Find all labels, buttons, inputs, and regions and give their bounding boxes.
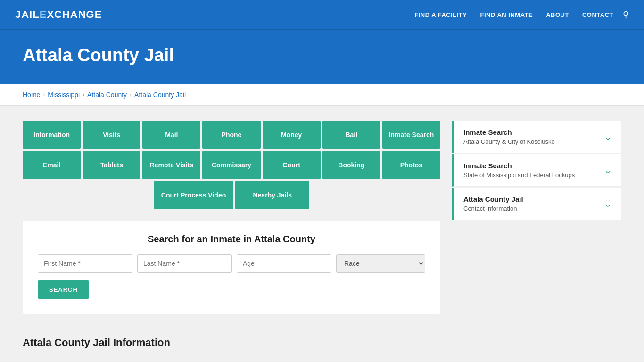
tile-email[interactable]: Email [23, 151, 81, 179]
breadcrumb-sep-2: › [83, 91, 84, 98]
nav-find-inmate[interactable]: FIND AN INMATE [480, 11, 533, 18]
page-title: Attala County Jail [23, 45, 621, 66]
tile-nearby-jails[interactable]: Nearby Jails [235, 181, 309, 209]
sidebar-card-contact-title: Attala County Jail [463, 195, 523, 203]
tile-mail[interactable]: Mail [142, 121, 200, 149]
tile-court[interactable]: Court [263, 151, 321, 179]
tile-inmate-search[interactable]: Inmate Search [382, 121, 440, 149]
breadcrumb: Home › Mississippi › Attala County › Att… [23, 91, 621, 99]
search-icon[interactable]: ⚲ [623, 9, 629, 20]
hero-banner: Attala County Jail [0, 30, 644, 84]
nav-links: FIND A FACILITY FIND AN INMATE ABOUT CON… [414, 10, 613, 19]
tile-bail[interactable]: Bail [322, 121, 380, 149]
logo[interactable]: JAILEXCHANGE [15, 8, 414, 21]
sidebar-card-contact-text: Attala County Jail Contact Information [463, 195, 523, 212]
sidebar-card-mississippi-inmate-search[interactable]: Inmate Search State of Mississippi and F… [452, 154, 621, 187]
sidebar-card-contact-info[interactable]: Attala County Jail Contact Information ⌄ [452, 188, 621, 220]
tile-tablets[interactable]: Tablets [83, 151, 140, 179]
tile-row-2: Email Tablets Remote Visits Commissary C… [23, 151, 440, 179]
nav-find-facility[interactable]: FIND A FACILITY [414, 11, 467, 18]
tile-row-3: Court Process Video Nearby Jails [23, 181, 440, 209]
sidebar-card-mississippi-title: Inmate Search [463, 162, 575, 170]
search-button[interactable]: SEARCH [38, 280, 89, 299]
sidebar-card-contact-subtitle: Contact Information [463, 205, 523, 212]
sidebar-card-attala-inmate-search[interactable]: Inmate Search Attala County & City of Ko… [452, 121, 621, 153]
tile-commissary[interactable]: Commissary [202, 151, 260, 179]
nav-contact[interactable]: CONTACT [582, 11, 613, 18]
chevron-down-icon: ⌄ [604, 131, 612, 142]
sidebar-card-attala-title: Inmate Search [463, 128, 555, 136]
last-name-input[interactable] [137, 254, 232, 273]
breadcrumb-attala-county[interactable]: Attala County [87, 91, 127, 99]
chevron-down-icon-2: ⌄ [604, 165, 612, 176]
sidebar-card-attala-subtitle: Attala County & City of Kosciusko [463, 138, 555, 145]
main-content: Information Visits Mail Phone Money Bail… [0, 106, 644, 362]
tile-court-process-video[interactable]: Court Process Video [154, 181, 233, 209]
breadcrumb-bar: Home › Mississippi › Attala County › Att… [0, 84, 644, 106]
sidebar-cards: Inmate Search Attala County & City of Ko… [452, 121, 621, 220]
right-sidebar: Inmate Search Attala County & City of Ko… [452, 121, 621, 220]
age-input[interactable] [237, 254, 331, 273]
race-select[interactable]: Race White Black Hispanic Asian Other [336, 254, 425, 273]
left-column: Information Visits Mail Phone Money Bail… [23, 121, 440, 353]
tile-booking[interactable]: Booking [322, 151, 380, 179]
info-section: Attala County Jail Information [23, 325, 440, 353]
inmate-search-box: Search for an Inmate in Attala County Ra… [23, 221, 440, 314]
breadcrumb-mississippi[interactable]: Mississippi [48, 91, 80, 99]
nav-about[interactable]: ABOUT [546, 11, 569, 18]
breadcrumb-current: Attala County Jail [134, 91, 186, 99]
tile-remote-visits[interactable]: Remote Visits [142, 151, 200, 179]
tile-photos[interactable]: Photos [382, 151, 440, 179]
info-title: Attala County Jail Information [23, 325, 440, 353]
search-title: Search for an Inmate in Attala County [38, 234, 425, 245]
search-fields: Race White Black Hispanic Asian Other [38, 254, 425, 273]
tile-money[interactable]: Money [263, 121, 321, 149]
tile-visits[interactable]: Visits [83, 121, 140, 149]
first-name-input[interactable] [38, 254, 132, 273]
chevron-down-icon-3: ⌄ [604, 198, 612, 209]
sidebar-card-mississippi-subtitle: State of Mississippi and Federal Lockups [463, 172, 575, 179]
tile-row-1: Information Visits Mail Phone Money Bail… [23, 121, 440, 149]
breadcrumb-sep-1: › [43, 91, 45, 98]
sidebar-card-mississippi-text: Inmate Search State of Mississippi and F… [463, 162, 575, 179]
navbar: JAILEXCHANGE FIND A FACILITY FIND AN INM… [0, 0, 644, 30]
breadcrumb-home[interactable]: Home [23, 91, 40, 99]
tile-information[interactable]: Information [23, 121, 81, 149]
tile-phone[interactable]: Phone [202, 121, 260, 149]
sidebar-card-attala-text: Inmate Search Attala County & City of Ko… [463, 128, 555, 145]
breadcrumb-sep-3: › [130, 91, 132, 98]
